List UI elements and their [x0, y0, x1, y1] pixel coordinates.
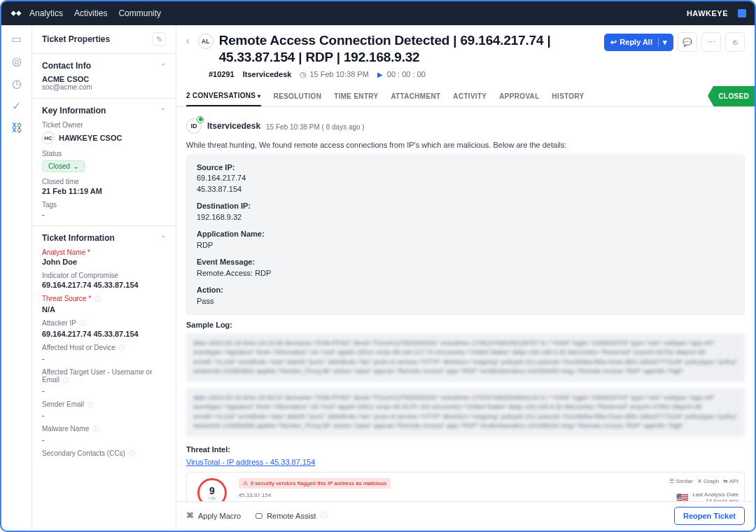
threat-intel-link[interactable]: VirusTotal - IP address - 45.33.87.154: [186, 458, 315, 466]
conversation-intro: While threat hunting, We found remote ac…: [186, 141, 567, 149]
closed-flag: CLOSED: [713, 86, 755, 106]
ticket-timer: 00 : 00 : 00: [387, 70, 426, 78]
vt-last-analysis-label: Last Analysis Date: [692, 491, 738, 498]
ioc-value: 69.164.217.74 45.33.87.154: [42, 281, 166, 289]
chevron-up-icon[interactable]: ⌃: [160, 234, 166, 242]
ticket-owner-link[interactable]: Itservicedesk: [243, 70, 292, 78]
tags-label: Tags: [42, 201, 166, 209]
vt-score-total: / 89: [209, 496, 216, 500]
owner-avatar: HC: [42, 132, 55, 144]
affected-user-label: Affected Target User - Username or Email…: [42, 368, 166, 385]
brand-label: HAWKEYE: [681, 9, 734, 18]
rail-card-icon[interactable]: ▭: [10, 32, 23, 45]
status-pill[interactable]: Closed ⌄: [42, 160, 85, 172]
analyst-label: Analyst Name *: [42, 248, 166, 256]
play-icon[interactable]: ▶: [377, 71, 383, 78]
key-info-title[interactable]: Key Information: [42, 106, 106, 115]
closed-time-label: Closed time: [42, 178, 166, 186]
info-icon[interactable]: ⓘ: [80, 320, 86, 327]
owner-name: HAWKEYE CSOC: [59, 134, 122, 142]
contact-org: ACME CSOC: [42, 75, 166, 83]
conversation-sender: Itservicedesk: [207, 121, 260, 131]
nav-community[interactable]: Community: [118, 8, 161, 18]
sender-avatar: ID: [186, 118, 202, 134]
chevron-down-icon[interactable]: ▾: [658, 38, 667, 47]
chevron-down-icon: ⌄: [73, 162, 78, 170]
log-sample-2: date=2024-02-15 time=20:50:37 devname="D…: [186, 388, 745, 437]
rail-user-icon[interactable]: ◎: [10, 55, 23, 67]
ticket-id: #10291: [209, 70, 234, 78]
vt-similar-button[interactable]: ☰ Similar: [669, 478, 693, 484]
tab-attachment[interactable]: ATTACHMENT: [391, 87, 440, 106]
vt-api-button[interactable]: ⇆ API: [723, 478, 738, 484]
tab-history[interactable]: HISTORY: [552, 87, 584, 106]
threat-source-label: Threat Source * ⓘ: [42, 295, 166, 304]
malware-value: -: [42, 435, 166, 444]
status-label: Status: [42, 150, 166, 158]
tab-time-entry[interactable]: TIME ENTRY: [334, 87, 378, 106]
info-icon[interactable]: ⓘ: [92, 426, 99, 433]
edit-properties-button[interactable]: ✎: [152, 32, 166, 46]
nav-analytics[interactable]: Analytics: [29, 8, 63, 18]
threat-source-value: N/A: [42, 305, 166, 314]
attacker-ip-label: Attacker IP ⓘ: [42, 319, 166, 328]
info-icon[interactable]: ⓘ: [94, 295, 101, 302]
log-sample-1: date=2024-02-15 time=23:10:26 devname="D…: [186, 333, 745, 382]
tab-activity[interactable]: ACTIVITY: [453, 87, 486, 106]
info-icon[interactable]: ⓘ: [320, 510, 328, 521]
status-dot-icon: [197, 116, 204, 123]
conversation-time: 15 Feb 10:38 PM ( 8 days ago ): [266, 123, 365, 131]
dst-ip-value: 192.168.9.32: [197, 212, 734, 223]
event-msg-label: Event Message:: [197, 258, 255, 266]
src-ip-label: Source IP:: [197, 163, 234, 172]
rail-clock-icon[interactable]: ◷: [10, 77, 23, 90]
logo-icon: [10, 9, 22, 18]
ticket-title: Remote Access Connection Detected | 69.1…: [219, 32, 592, 66]
chevron-up-icon[interactable]: ⌃: [160, 62, 166, 70]
reply-all-button[interactable]: ↩ Reply All ▾: [604, 34, 673, 51]
share-button[interactable]: ⎋: [725, 32, 745, 52]
src-ip-1: 69.164.217.74: [197, 173, 734, 184]
info-icon[interactable]: ⓘ: [88, 401, 94, 408]
chevron-up-icon[interactable]: ⌃: [160, 107, 166, 115]
info-icon[interactable]: ⓘ: [119, 344, 125, 351]
info-icon[interactable]: ⓘ: [129, 450, 135, 457]
comment-button[interactable]: 💬: [678, 32, 697, 52]
vt-ip-line: 45.33.87.154: [239, 491, 663, 499]
remote-assist-button[interactable]: 🖵Remote Assist ⓘ: [255, 510, 328, 521]
conversation-content: ID Itservicedesk 15 Feb 10:38 PM ( 8 day…: [176, 107, 755, 531]
apply-macro-button[interactable]: ⌘Apply Macro: [186, 511, 241, 520]
rail-check-icon[interactable]: ✓: [10, 99, 23, 112]
chevron-down-icon: ▾: [258, 93, 260, 99]
main-panel: ‹ AL Remote Access Connection Detected |…: [176, 25, 755, 531]
more-button[interactable]: ⋯: [701, 32, 721, 52]
dst-ip-label: Destination IP:: [197, 202, 251, 210]
ticket-info-title[interactable]: Ticket Information: [42, 233, 115, 243]
malware-label: Malware Name ⓘ: [42, 425, 166, 434]
clock-icon: ◷: [300, 70, 307, 79]
threat-intel-label: Threat Intel:: [186, 445, 230, 454]
ticket-timestamp: 15 Feb 10:38 PM: [309, 70, 368, 78]
nav-activities[interactable]: Activities: [74, 8, 107, 18]
info-icon[interactable]: ⓘ: [63, 377, 69, 384]
cc-label: Secondary Contacts (CCs) ⓘ: [42, 449, 166, 458]
app-name-value: RDP: [197, 240, 734, 251]
closed-time-value: 21 Feb 11:19 AM: [42, 187, 166, 195]
action-label: Action:: [197, 286, 223, 294]
rail-link-icon[interactable]: ⛓: [10, 122, 23, 134]
tab-approval[interactable]: APPROVAL: [499, 87, 539, 106]
contact-email: soc@acme.com: [42, 83, 166, 91]
affected-user-value: -: [42, 386, 166, 395]
back-button[interactable]: ‹: [183, 32, 192, 49]
tab-resolution[interactable]: RESOLUTION: [274, 87, 322, 106]
tab-conversations[interactable]: 2 CONVERSATIONS▾: [186, 86, 261, 106]
owner-label: Ticket Owner: [42, 121, 166, 129]
vt-graph-button[interactable]: ✕ Graph: [697, 478, 719, 484]
brand-square-icon: [738, 9, 746, 18]
vt-score-value: 9: [209, 485, 215, 496]
contact-info-title[interactable]: Contact Info: [42, 61, 91, 71]
tags-value: -: [42, 210, 166, 218]
threat-details-block: Source IP: 69.164.217.74 45.33.87.154 De…: [186, 155, 745, 315]
warning-icon: ⚠: [243, 480, 248, 486]
reopen-ticket-button[interactable]: Reopen Ticket: [674, 507, 745, 525]
